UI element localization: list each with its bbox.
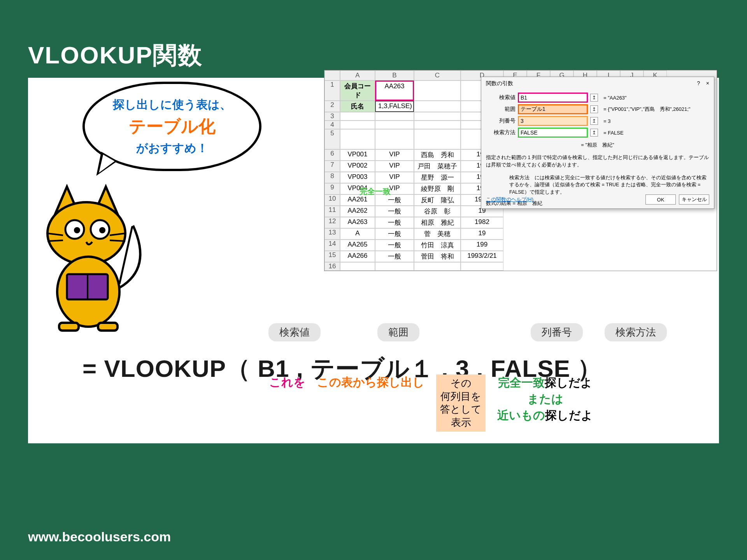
table-cell: 1993/2/21 [461, 251, 503, 262]
dialog-arg-result: = {"VP001","VIP","西島 秀和",26021;" [603, 106, 690, 113]
dialog-arg-result: = 3 [603, 118, 610, 124]
excel-screenshot: AB CD EF GH IJ K 1会員コードAA2632氏名1,3,FALSE… [324, 70, 717, 271]
svg-point-7 [99, 227, 105, 233]
table-cell: VIP [375, 149, 414, 161]
ok-button[interactable]: OK [645, 194, 676, 205]
cancel-button[interactable]: キャンセル [679, 194, 709, 205]
table-cell: 一般 [375, 228, 414, 240]
dialog-arg-row-1: 範囲↥= {"VP001","VIP","西島 秀和",26021;" [486, 104, 709, 114]
dialog-arg-input-1[interactable] [518, 104, 588, 114]
explain-match-type: 完全一致探しだよ または 近いもの探しだよ [497, 374, 593, 424]
table-cell: 綾野原 剛 [414, 183, 461, 194]
explain-col-index: その何列目を答として表示 [436, 374, 486, 432]
content-panel: 探し出しに使う表は、 テーブル化 がおすすめ！ AB [28, 78, 719, 443]
table-cell: 竹田 涼真 [414, 240, 461, 251]
table-header-0: 会員コード [340, 129, 375, 149]
label-range: 範囲 [377, 323, 419, 341]
dialog-arg-label: 検索値 [486, 94, 516, 101]
dialog-arg-label: 列番号 [486, 117, 516, 124]
svg-rect-3 [98, 323, 117, 331]
svg-rect-2 [59, 323, 79, 331]
table-cell: 西島 秀和 [414, 149, 461, 161]
dialog-arg-label: 検索方法 [486, 129, 516, 136]
label-lookup-value: 検索値 [268, 323, 321, 341]
page-title: VLOOKUP関数 [28, 39, 203, 72]
bubble-line3: がおすすめ！ [136, 140, 208, 156]
range-picker-icon[interactable]: ↥ [590, 129, 598, 136]
dialog-desc-1: 指定された範囲の 1 列目で特定の値を検索し、指定した列と同じ行にある値を返しま… [486, 154, 709, 169]
dialog-arg-result: = "AA263" [603, 95, 626, 101]
dialog-arg-input-3[interactable] [518, 128, 588, 138]
table-cell: 星野 源一 [414, 172, 461, 183]
range-picker-icon[interactable]: ↥ [590, 117, 598, 125]
close-icon[interactable]: × [706, 80, 709, 86]
function-arguments-dialog: 関数の引数 ? × 検索値↥= "AA263"範囲↥= {"VP001","VI… [481, 77, 714, 209]
bubble-line2: テーブル化 [129, 115, 216, 138]
table-header-1: 会員種別 [375, 129, 414, 149]
svg-line-11 [110, 240, 125, 241]
cell-a2-label: 氏名 [340, 101, 375, 112]
dialog-help-link[interactable]: この関数のヘルプ(H) [486, 196, 533, 203]
table-cell: AA266 [340, 251, 375, 262]
dialog-arg-input-2[interactable] [518, 116, 588, 126]
table-cell: VIP [375, 172, 414, 183]
dialog-arg-row-3: 検索方法↥= FALSE [486, 128, 709, 138]
table-cell: VP002 [340, 161, 375, 172]
table-cell: 199 [461, 240, 503, 251]
range-picker-icon[interactable]: ↥ [590, 94, 598, 102]
table-cell: 一般 [375, 217, 414, 228]
table-cell: 菅田 将和 [414, 251, 461, 262]
table-cell: VP003 [340, 172, 375, 183]
table-cell: 戸田 菜穂子 [414, 161, 461, 172]
dialog-desc-2: 検索方法 には検索値と完全に一致する値だけを検索するか、その近似値を含めて検索す… [486, 174, 709, 196]
table-cell: A [340, 228, 375, 240]
table-cell: VIP [375, 161, 414, 172]
label-match-type: 検索方法 [605, 323, 667, 341]
dialog-arg-row-2: 列番号↥= 3 [486, 116, 709, 126]
table-cell: 一般 [375, 251, 414, 262]
table-cell: 反町 隆弘 [414, 194, 461, 206]
argument-labels: 検索値 範囲 列番号 検索方法 [265, 323, 670, 341]
table-cell: 一般 [375, 206, 414, 217]
table-cell: AA263 [340, 217, 375, 228]
cell-a1-label: 会員コード [340, 80, 375, 101]
svg-point-6 [74, 227, 80, 233]
table-cell: 菅 美穂 [414, 228, 461, 240]
table-cell: VP001 [340, 149, 375, 161]
table-cell: 1982 [461, 217, 503, 228]
cat-mascot-icon [32, 179, 156, 334]
table-cell: 谷原 彰 [414, 206, 461, 217]
cell-b1: AA263 [375, 80, 414, 101]
exact-match-label: 完全一致 [359, 186, 391, 197]
svg-point-0 [47, 202, 125, 264]
label-col-index: 列番号 [531, 323, 583, 341]
cell-b2: 1,3,FALSE) [375, 101, 414, 112]
help-icon[interactable]: ? [697, 80, 700, 86]
table-cell: 一般 [375, 240, 414, 251]
range-picker-icon[interactable]: ↥ [590, 105, 598, 113]
dialog-title: 関数の引数 [486, 80, 513, 87]
dialog-arg-result: = FALSE [603, 130, 624, 136]
svg-line-9 [47, 240, 63, 241]
bubble-line1: 探し出しに使う表は、 [113, 97, 231, 113]
table-cell: 相原 雅紀 [414, 217, 461, 228]
explain-lookup: これを [269, 374, 305, 390]
table-cell: 19 [461, 228, 503, 240]
dialog-arg-row-0: 検索値↥= "AA263" [486, 93, 709, 103]
dialog-arg-label: 範囲 [486, 106, 516, 113]
dialog-mid-result: = "相原 雅紀" [486, 142, 709, 149]
footer-url: www.becoolusers.com [28, 529, 171, 544]
table-header-2: 氏名 [414, 129, 461, 149]
table-cell: AA265 [340, 240, 375, 251]
formula-explanations: これを この表から探し出し その何列目を答として表示 完全一致探しだよ または … [269, 374, 593, 432]
explain-range: この表から探し出し [317, 374, 424, 390]
table-cell: AA262 [340, 206, 375, 217]
dialog-arg-input-0[interactable] [518, 93, 588, 103]
